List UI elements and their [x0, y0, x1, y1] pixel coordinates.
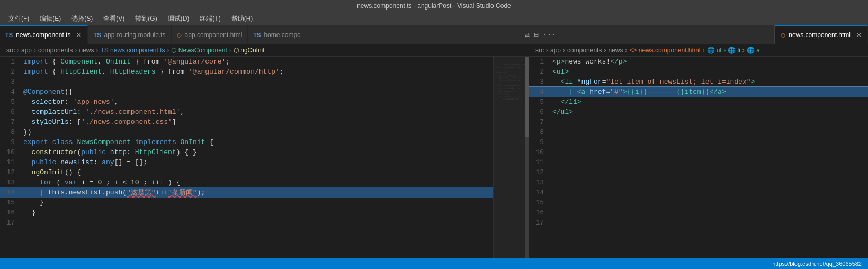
token: | this.newsList.push( [23, 189, 127, 196]
token: @ [23, 88, 28, 96]
split-editor-icon[interactable]: ⊟ [534, 30, 538, 39]
token: <li [552, 78, 577, 86]
token: ngOnInit [23, 168, 65, 176]
token: ; [280, 68, 284, 76]
crumb-class: ⬡ NewsComponent [171, 47, 227, 54]
line-number: 10 [529, 147, 550, 157]
line-content [550, 167, 868, 177]
code-line: 7 styleUrls: ['./news.component.css'] [0, 117, 493, 127]
token: '@angular/core' [164, 58, 226, 66]
code-line: 5 selector: 'app-news', [0, 97, 493, 107]
menu-file[interactable]: 文件(F) [4, 13, 33, 24]
code-container-left[interactable]: 1import { Component, OnInit } from '@ang… [0, 57, 493, 258]
token: [] = []; [114, 158, 147, 166]
token: () { [65, 168, 81, 176]
sep: › [625, 47, 627, 54]
token: './news.component.html' [85, 108, 180, 116]
menu-debug[interactable]: 调试(D) [164, 13, 194, 24]
token: from [168, 68, 184, 76]
more-actions-icon[interactable]: ··· [543, 31, 556, 39]
token: : [94, 158, 102, 166]
menu-goto[interactable]: 转到(G) [131, 13, 161, 24]
token: , [114, 98, 119, 106]
line-content: } [21, 208, 493, 218]
code-line: 11 public newsList: any[] = []; [0, 157, 493, 167]
code-line: 15 [529, 198, 868, 208]
left-editor: 1import { Component, OnInit } from '@ang… [0, 57, 493, 258]
status-bar: https://blog.csdn.net/qq_36065582 [0, 258, 868, 269]
tab-news-component-html[interactable]: ◇ news.component.html ✕ [775, 25, 868, 44]
line-number: 14 [0, 187, 21, 198]
menu-edit[interactable]: 编辑(E) [35, 13, 65, 24]
crumb-a: 🌐 a [747, 47, 760, 54]
line-number: 4 [529, 87, 550, 97]
sep: › [17, 47, 19, 54]
token: newsList [56, 158, 93, 166]
sep: › [563, 47, 565, 54]
code-line: 3 [0, 77, 493, 87]
crumb-src: src [6, 47, 15, 54]
crumb-news: news [79, 47, 94, 54]
crumb-ts-file: TS news.component.ts [100, 47, 165, 54]
breadcrumb-left: src › app › components › news › TS news.… [0, 44, 529, 56]
token: : [69, 118, 77, 126]
token: | <a [552, 88, 589, 96]
line-content [21, 77, 493, 87]
token: +i+ [156, 189, 168, 196]
line-content [550, 137, 868, 147]
close-icon[interactable]: ✕ [76, 31, 82, 39]
token: constructor [23, 148, 77, 156]
compare-icon[interactable]: ⇄ [525, 30, 530, 40]
menu-terminal[interactable]: 终端(T) [195, 13, 225, 24]
token: public [81, 148, 106, 156]
token: ] [172, 118, 176, 126]
line-content: </li> [550, 97, 868, 107]
line-number: 16 [0, 208, 21, 218]
line-number: 17 [0, 218, 21, 228]
menu-select[interactable]: 选择(S) [67, 13, 97, 24]
menu-help[interactable]: 帮助(H) [227, 13, 257, 24]
token: > [750, 78, 755, 86]
tab-app-component-html[interactable]: ◇ app.component.html [172, 25, 248, 44]
line-content [21, 218, 493, 228]
line-number: 2 [0, 67, 21, 77]
line-number: 1 [0, 57, 21, 67]
token: 10 [131, 178, 139, 186]
token [184, 68, 189, 76]
token: import [23, 68, 48, 76]
crumb-li: 🌐 li [728, 47, 740, 54]
crumb-components: components [567, 47, 602, 54]
code-line: 16 } [0, 208, 493, 218]
line-number: 12 [529, 167, 550, 177]
line-content: selector: 'app-news', [21, 97, 493, 107]
sep: › [703, 47, 705, 54]
token: <p> [552, 58, 565, 66]
token: </li> [552, 98, 581, 106]
sep: › [604, 47, 606, 54]
line-number: 17 [529, 218, 550, 228]
token: *ngFor [577, 78, 602, 86]
line-number: 3 [529, 77, 550, 87]
line-content [550, 127, 868, 137]
line-number: 10 [0, 147, 21, 157]
line-content [550, 177, 868, 187]
tab-news-component-ts[interactable]: TS news.component.ts ✕ [0, 25, 88, 44]
editor-area: 1import { Component, OnInit } from '@ang… [0, 57, 868, 258]
tab-home-component[interactable]: TS home.compc [248, 25, 306, 44]
breadcrumb-right: src › app › components › news › <> news.… [529, 44, 868, 56]
code-line: 14 | this.newsList.push("这是第"+i+"条新闻"); [0, 187, 493, 198]
token: templateUrl [23, 108, 77, 116]
token: Component [28, 88, 65, 96]
tab-app-routing[interactable]: TS app-routing.module.ts [88, 25, 171, 44]
line-number: 13 [529, 177, 550, 187]
code-container-right[interactable]: 1<p>news works!</p>2<ul>3 <li *ngFor="le… [529, 57, 868, 258]
token: news works! [565, 58, 610, 66]
crumb-html-file: <> news.component.html [629, 47, 700, 54]
line-content: }) [21, 127, 493, 137]
token: ; i++ ) { [139, 178, 180, 186]
code-line: 17 [529, 218, 868, 228]
code-line: 3 <li *ngFor="let item of newsList; let … [529, 77, 868, 87]
line-content: import { HttpClient, HttpHeaders } from … [21, 67, 493, 77]
close-icon[interactable]: ✕ [856, 31, 862, 39]
menu-view[interactable]: 查看(V) [99, 13, 129, 24]
